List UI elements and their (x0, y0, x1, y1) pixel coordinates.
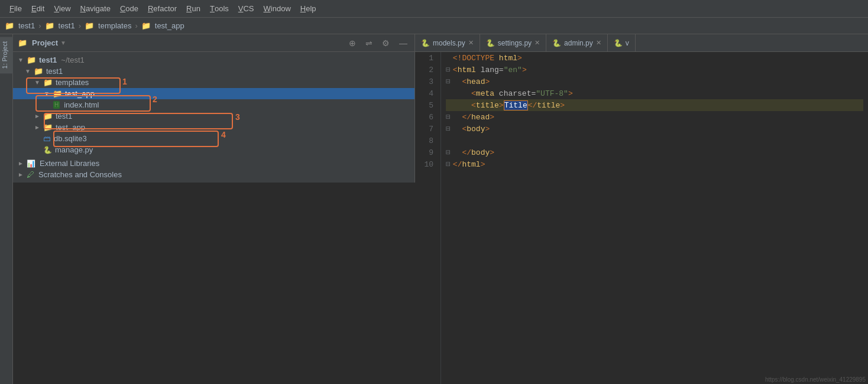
menu-code[interactable]: Code (115, 0, 143, 17)
l8-empty (453, 136, 458, 145)
index-html-label: index.html (64, 100, 99, 109)
tree-item-test1-sub[interactable]: ► 📁 test1 (13, 110, 414, 122)
watermark: https://blog.csdn.net/weixin_41229895 (765, 376, 866, 383)
fold-l6[interactable]: ⊟ (446, 112, 451, 122)
main-layout: 1: Project 📁 Project ▼ ⊕ ⇌ ⚙ — (0, 34, 868, 384)
tab-settings[interactable]: 🐍 settings.py ✕ (480, 34, 546, 52)
test1-arrow: ▼ (25, 68, 32, 74)
tree-item-db-sqlite3[interactable]: 🗃 db.sqlite3 (13, 133, 414, 144)
menu-vcs[interactable]: VCS (234, 0, 259, 17)
tab-extra-label: v (626, 39, 629, 47)
l4-open: < (471, 89, 476, 98)
tab-extra[interactable]: 🐍 v (608, 34, 636, 52)
fold-l9[interactable]: ⊟ (446, 148, 451, 157)
l6-close: > (490, 113, 494, 122)
l7-indent (453, 125, 462, 134)
test1-sub-label: test1 (56, 112, 72, 121)
breadcrumb-sep-2: › (135, 21, 137, 30)
fold-l10[interactable]: ⊟ (446, 160, 451, 169)
tree-root[interactable]: ▼ 📁 test1 ~/test1 (13, 54, 414, 66)
l4-attr: charset= (499, 89, 536, 98)
l6-indent (453, 113, 462, 122)
fold-l7[interactable]: ⊟ (446, 124, 451, 134)
l5-etag: title (537, 101, 560, 110)
fold-l3[interactable]: ⊟ (446, 77, 451, 86)
tab-bar: 🐍 models.py ✕ 🐍 settings.py ✕ 🐍 admin.py… (415, 34, 868, 52)
line-num-3: 3 (420, 76, 433, 87)
tab-models[interactable]: 🐍 models.py ✕ (415, 34, 480, 52)
tree-item-scratches[interactable]: ► 🖊 Scratches and Consoles (13, 169, 414, 180)
l7-tag: body (467, 125, 485, 134)
menu-navigate[interactable]: Navigate (76, 0, 115, 17)
templates-label: templates (56, 78, 89, 87)
l2-open: < (453, 66, 458, 74)
code-line-4: <meta charset="UTF-8"> (446, 87, 863, 99)
root-path: ~/test1 (61, 56, 84, 64)
l2-close: > (522, 66, 527, 74)
line-num-9: 9 (420, 147, 433, 158)
menu-refactor[interactable]: Refactor (143, 0, 182, 17)
menu-file[interactable]: File (5, 0, 27, 17)
l3-tag: head (467, 77, 485, 86)
add-icon[interactable]: ⊕ (346, 37, 358, 49)
ext-libs-label: External Libraries (40, 159, 99, 168)
menu-help[interactable]: Help (296, 0, 321, 17)
tree-item-manage-py[interactable]: 🐍 manage.py (13, 144, 414, 155)
code-content[interactable]: <!DOCTYPE html> ⊟ <html lang="en"> ⊟ <he… (441, 52, 868, 384)
code-line-7: ⊟ <body> (446, 123, 863, 135)
doctype-val: html (499, 54, 517, 63)
breadcrumb-item-2[interactable]: templates (98, 21, 131, 30)
menu-edit[interactable]: Edit (27, 0, 49, 17)
breadcrumb-bar: 📁 test1 › 📁 test1 › 📁 templates › 📁 test… (0, 18, 868, 34)
tree-item-test-app-sub[interactable]: ► 📁 test_app (13, 122, 414, 133)
code-line-5: <title>Title</title> (446, 99, 863, 111)
menu-window[interactable]: Window (259, 0, 296, 17)
code-editor[interactable]: 1 2 3 4 5 6 7 8 9 10 <!DOCTYPE html> (415, 52, 868, 384)
breadcrumb-sep-0: › (38, 21, 41, 30)
layout-icon[interactable]: ⇌ (363, 37, 375, 49)
doctype-kw: <!DOCTYPE (453, 54, 499, 63)
tab-admin-close[interactable]: ✕ (596, 39, 601, 47)
tab-admin[interactable]: 🐍 admin.py ✕ (546, 34, 608, 52)
line-num-6: 6 (420, 111, 433, 123)
code-line-10: ⊟ </html> (446, 158, 863, 170)
l9-close: > (490, 148, 494, 157)
tree-item-index-html[interactable]: H index.html (13, 99, 414, 110)
breadcrumb-item-3[interactable]: test_app (155, 21, 184, 30)
l5-tag: title (476, 101, 499, 110)
panel-dropdown-arrow[interactable]: ▼ (60, 40, 66, 46)
test-app-sub-arrow: ► (34, 124, 41, 131)
l2-val: "en" (504, 66, 522, 74)
tree-item-templates-folder[interactable]: ▼ 📁 templates (13, 77, 414, 88)
tree-item-external-libs[interactable]: ► 📊 External Libraries (13, 158, 414, 169)
templates-arrow: ▼ (34, 79, 41, 86)
side-tab-project-label[interactable]: 1: Project (0, 37, 13, 73)
line-numbers: 1 2 3 4 5 6 7 8 9 10 (415, 52, 441, 384)
menu-tools[interactable]: Tools (205, 0, 234, 17)
code-line-1: <!DOCTYPE html> (446, 52, 863, 64)
tree-item-test1-folder[interactable]: ▼ 📁 test1 (13, 66, 414, 77)
settings-icon[interactable]: ⚙ (380, 37, 392, 49)
line-num-4: 4 (420, 87, 433, 99)
templates-folder-icon: 📁 (43, 78, 53, 87)
scratches-icon: 🖊 (27, 170, 34, 179)
tab-settings-label: settings.py (498, 39, 532, 47)
code-line-9: ⊟ </body> (446, 147, 863, 158)
menu-view[interactable]: View (49, 0, 75, 17)
fold-l2[interactable]: ⊟ (446, 65, 451, 74)
minimize-icon[interactable]: — (397, 37, 410, 49)
tab-models-close[interactable]: ✕ (468, 39, 474, 47)
breadcrumb-item-1[interactable]: test1 (59, 21, 75, 30)
breadcrumb-folder-icon-2: 📁 (85, 21, 94, 30)
tree-item-test-app-folder[interactable]: ▼ 📁 test_app (13, 88, 414, 99)
breadcrumb-item-0[interactable]: test1 (18, 21, 35, 30)
tab-settings-close[interactable]: ✕ (535, 39, 540, 47)
line-num-5: 5 (420, 99, 433, 111)
manage-label: manage.py (55, 145, 93, 154)
project-panel: 📁 Project ▼ ⊕ ⇌ ⚙ — ▼ 📁 test1 ~/test1 (13, 34, 415, 183)
menu-run[interactable]: Run (182, 0, 205, 17)
l6-tag: head (471, 113, 490, 122)
line-num-8: 8 (420, 135, 433, 147)
l9-open: </ (462, 148, 471, 157)
l10-tag: html (462, 160, 480, 169)
